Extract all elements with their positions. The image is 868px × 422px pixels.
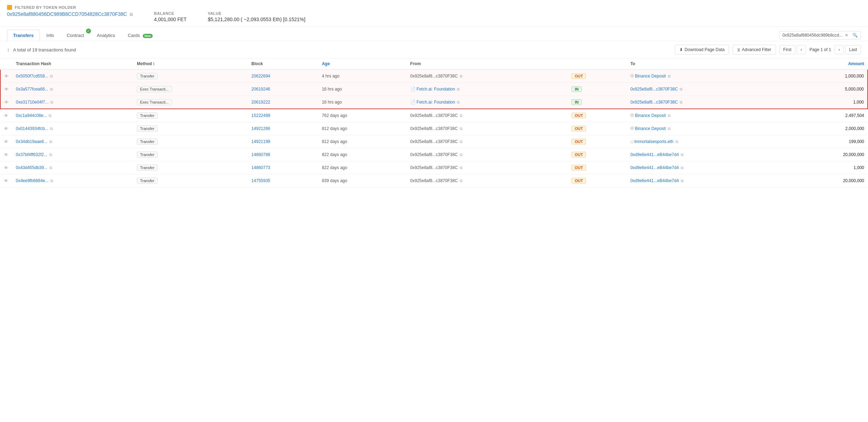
tab-transfers[interactable]: Transfers bbox=[7, 30, 40, 41]
row-hash-cell: 0x3a577fcea66... ⧉ bbox=[12, 83, 133, 96]
to-copy-icon[interactable]: ⧉ bbox=[668, 126, 671, 131]
tx-hash-link[interactable]: 0xe31710e04f7... bbox=[16, 100, 49, 105]
result-count: A total of 19 transactions found bbox=[13, 47, 76, 52]
address-copy-icon[interactable]: ⧉ bbox=[130, 12, 133, 17]
advanced-filter-button[interactable]: ⧖ Advanced Filter bbox=[733, 45, 776, 55]
from-copy-icon[interactable]: ⧉ bbox=[460, 153, 463, 157]
col-from: From bbox=[407, 58, 568, 69]
search-close-icon[interactable]: ✕ bbox=[845, 33, 848, 38]
row-age-cell: 822 days ago bbox=[318, 161, 407, 174]
tx-hash-link[interactable]: 0x43d455db39... bbox=[16, 165, 47, 170]
tab-contract[interactable]: Contract ✓ bbox=[61, 30, 90, 41]
to-address-link[interactable]: 0xd9e6e441...eB44be7d4 bbox=[630, 152, 679, 157]
to-copy-icon[interactable]: ⧉ bbox=[681, 166, 684, 170]
row-eye-cell: 👁 bbox=[0, 122, 12, 135]
from-copy-icon[interactable]: ⧉ bbox=[460, 126, 463, 131]
download-button[interactable]: ⬇ Download Page Data bbox=[675, 45, 729, 55]
eye-icon[interactable]: 👁 bbox=[4, 139, 8, 144]
hash-copy-icon[interactable]: ⧉ bbox=[50, 74, 53, 78]
age-text: 812 days ago bbox=[322, 139, 347, 144]
hash-copy-icon[interactable]: ⧉ bbox=[49, 166, 52, 170]
block-link[interactable]: 20619246 bbox=[251, 87, 270, 92]
row-direction-cell: OUT bbox=[568, 148, 627, 161]
pagination: First ‹ Page 1 of 1 › Last bbox=[780, 45, 861, 54]
tx-hash-link[interactable]: 0xc1a944c08e... bbox=[16, 113, 47, 118]
page-info: Page 1 of 1 bbox=[807, 47, 833, 52]
from-copy-icon[interactable]: ⧉ bbox=[460, 74, 463, 78]
tx-hash-link[interactable]: 0x3a577fcea66... bbox=[16, 87, 48, 92]
eye-icon[interactable]: 👁 bbox=[4, 74, 9, 79]
to-copy-icon[interactable]: ⧉ bbox=[681, 179, 684, 183]
tab-analytics[interactable]: Analytics bbox=[91, 30, 121, 41]
table-row: 👁 0x4ee9fb6884e... ⧉ Transfer 14755935 8… bbox=[0, 174, 868, 187]
to-address-link[interactable]: 0x925e8af8...c3870F38C bbox=[630, 100, 678, 105]
from-copy-icon[interactable]: ⧉ bbox=[457, 87, 460, 91]
tx-hash-link[interactable]: 0x4ee9fb6884e... bbox=[16, 178, 49, 183]
eye-icon[interactable]: 👁 bbox=[4, 152, 8, 157]
tx-hash-link[interactable]: 0x37bf4ff632f2... bbox=[16, 152, 47, 157]
row-from-cell: 📄Fetch.ai: Foundation ⧉ bbox=[407, 96, 568, 109]
from-copy-icon[interactable]: ⧉ bbox=[460, 166, 463, 170]
prev-page-button[interactable]: ‹ bbox=[797, 45, 806, 54]
from-address-link[interactable]: Fetch.ai: Foundation bbox=[417, 100, 455, 105]
block-link[interactable]: 14755935 bbox=[251, 178, 270, 183]
tx-hash-link[interactable]: 0x34db19aae6... bbox=[16, 139, 47, 144]
hash-copy-icon[interactable]: ⧉ bbox=[50, 179, 53, 183]
row-amount-cell: 20,000,000 bbox=[791, 148, 868, 161]
block-link[interactable]: 14921199 bbox=[251, 139, 270, 144]
to-address-link[interactable]: immortalsesports.eth bbox=[634, 139, 673, 144]
to-copy-icon[interactable]: ⧉ bbox=[680, 87, 683, 91]
block-link[interactable]: 20619222 bbox=[251, 100, 270, 105]
tx-hash-link[interactable]: 0x5050f7cd558... bbox=[16, 74, 48, 79]
from-copy-icon[interactable]: ⧉ bbox=[460, 179, 463, 183]
row-age-cell: 4 hrs ago bbox=[318, 69, 407, 83]
hash-copy-icon[interactable]: ⧉ bbox=[49, 153, 52, 157]
to-address-link[interactable]: Binance Deposit bbox=[635, 74, 666, 79]
from-copy-icon[interactable]: ⧉ bbox=[460, 113, 463, 118]
age-text: 839 days ago bbox=[322, 178, 347, 183]
hash-copy-icon[interactable]: ⧉ bbox=[49, 139, 52, 144]
direction-badge: IN bbox=[571, 86, 582, 92]
to-address-link[interactable]: Binance Deposit bbox=[635, 126, 666, 131]
from-address-link[interactable]: Fetch.ai: Foundation bbox=[417, 87, 455, 92]
tx-hash-link[interactable]: 0x01443934fcb... bbox=[16, 126, 48, 131]
table-row: 👁 0x3a577fcea66... ⧉ Exec Transacti... 2… bbox=[0, 83, 868, 96]
block-link[interactable]: 15222499 bbox=[251, 113, 270, 118]
eye-icon[interactable]: 👁 bbox=[4, 113, 8, 118]
to-copy-icon[interactable]: ⧉ bbox=[668, 113, 671, 118]
eye-icon[interactable]: 👁 bbox=[4, 100, 9, 105]
token-holder-address[interactable]: 0x925e8af880456DC989B8CCD7054828Cc3870F3… bbox=[7, 11, 127, 17]
block-link[interactable]: 14860788 bbox=[251, 152, 270, 157]
yellow-dot-icon bbox=[7, 5, 12, 10]
eye-icon[interactable]: 👁 bbox=[4, 87, 9, 92]
eye-icon[interactable]: 👁 bbox=[4, 178, 8, 184]
search-icon[interactable]: 🔍 bbox=[852, 33, 858, 38]
hash-copy-icon[interactable]: ⧉ bbox=[50, 100, 53, 104]
eye-icon[interactable]: 👁 bbox=[4, 165, 8, 170]
to-copy-icon[interactable]: ⧉ bbox=[681, 153, 684, 157]
to-address-link[interactable]: 0xd9e6e441...eB44be7d4 bbox=[630, 178, 679, 183]
block-link[interactable]: 20622694 bbox=[251, 74, 270, 79]
last-page-button[interactable]: Last bbox=[845, 45, 861, 54]
tab-info[interactable]: Info bbox=[41, 30, 60, 41]
to-copy-icon[interactable]: ⧉ bbox=[680, 100, 683, 104]
to-copy-icon[interactable]: ⧉ bbox=[676, 139, 678, 144]
next-page-button[interactable]: › bbox=[835, 45, 844, 54]
to-address-link[interactable]: Binance Deposit bbox=[635, 113, 666, 118]
tab-cards[interactable]: Cards New bbox=[122, 30, 159, 41]
hash-copy-icon[interactable]: ⧉ bbox=[50, 126, 53, 131]
block-link[interactable]: 14921266 bbox=[251, 126, 270, 131]
from-copy-icon[interactable]: ⧉ bbox=[460, 139, 463, 144]
from-copy-icon[interactable]: ⧉ bbox=[457, 100, 460, 104]
to-address-link[interactable]: 0xd9e6e441...eB44be7d4 bbox=[630, 165, 679, 170]
to-copy-icon[interactable]: ⧉ bbox=[668, 74, 671, 78]
hash-copy-icon[interactable]: ⧉ bbox=[50, 87, 53, 91]
first-page-button[interactable]: First bbox=[780, 45, 795, 54]
block-link[interactable]: 14860773 bbox=[251, 165, 270, 170]
hash-copy-icon[interactable]: ⧉ bbox=[49, 113, 51, 118]
row-amount-cell: 1,000 bbox=[791, 161, 868, 174]
to-address-link[interactable]: 0x925e8af8...c3870F38C bbox=[630, 87, 678, 92]
row-from-cell: 0x925e8af8...c3870F38C ⧉ bbox=[407, 161, 568, 174]
direction-badge: IN bbox=[571, 99, 582, 105]
eye-icon[interactable]: 👁 bbox=[4, 126, 8, 131]
